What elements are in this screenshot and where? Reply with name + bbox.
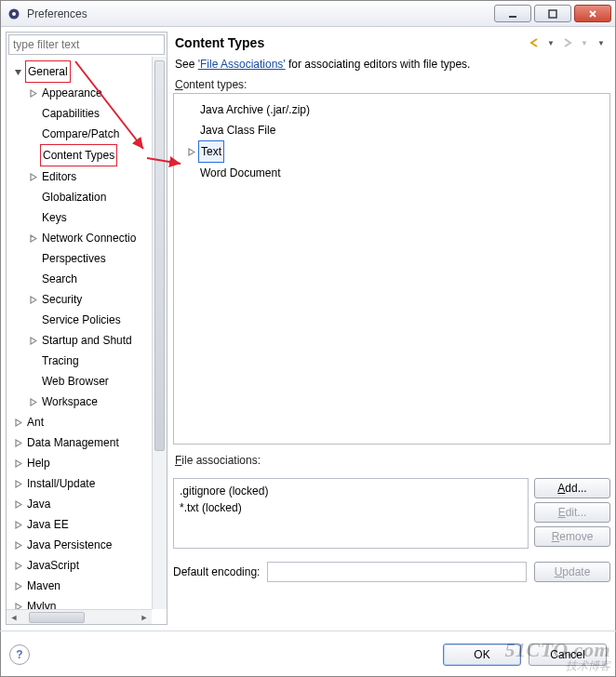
default-encoding-input[interactable]: [267, 562, 527, 582]
tree-item[interactable]: Appearance: [8, 83, 167, 103]
content-type-item[interactable]: Word Document: [178, 163, 606, 183]
file-associations-link[interactable]: 'File Associations': [198, 58, 286, 71]
expander-icon[interactable]: [27, 232, 38, 244]
tree-item-label: Compare/Patch: [40, 124, 121, 144]
nav-view-menu-icon[interactable]: ▼: [594, 35, 609, 50]
nav-forward-icon[interactable]: [560, 35, 575, 50]
tree-item[interactable]: Java Persistence: [8, 535, 167, 555]
tree-item[interactable]: Editors: [8, 166, 167, 187]
add-button[interactable]: Add...: [534, 478, 610, 498]
tree-item[interactable]: Data Management: [8, 432, 167, 453]
tree-item-label: Service Policies: [40, 310, 123, 330]
tree-item[interactable]: Startup and Shutd: [8, 330, 167, 351]
content-type-item[interactable]: Text: [178, 140, 606, 163]
expander-icon[interactable]: [185, 146, 196, 157]
tree-item[interactable]: Tracing: [8, 351, 167, 371]
expander-icon[interactable]: [27, 294, 38, 305]
tree-item[interactable]: Install/Update: [8, 473, 167, 494]
edit-button[interactable]: Edit...: [534, 502, 610, 523]
tree-vertical-scrollbar[interactable]: [152, 57, 167, 609]
preferences-tree[interactable]: GeneralAppearanceCapabilitiesCompare/Pat…: [7, 57, 167, 624]
file-association-item[interactable]: .gitignore (locked): [180, 483, 522, 499]
tree-item-label: Ant: [25, 412, 46, 432]
window-maximize-button[interactable]: [534, 5, 571, 22]
tree-item[interactable]: Java EE: [8, 514, 167, 535]
tree-item[interactable]: Security: [8, 289, 167, 310]
nav-back-menu-icon[interactable]: ▼: [543, 35, 558, 50]
tree-item[interactable]: Maven: [8, 576, 167, 596]
tree-item[interactable]: Service Policies: [8, 310, 167, 330]
tree-item-label: Content Types: [40, 144, 117, 166]
content-type-label: Java Archive (.jar/.zip): [198, 100, 312, 120]
expander-icon[interactable]: [12, 417, 23, 428]
expander-icon[interactable]: [27, 87, 38, 99]
content-types-list[interactable]: Java Archive (.jar/.zip)Java Class FileT…: [173, 93, 610, 445]
tree-item[interactable]: Keys: [8, 207, 167, 228]
tree-item-label: Help: [25, 453, 52, 473]
expander-icon[interactable]: [27, 335, 38, 346]
window-title: Preferences: [27, 7, 491, 20]
tree-item-label: General: [25, 60, 71, 83]
content-type-label: Java Class File: [198, 120, 277, 140]
tree-item[interactable]: Capabilities: [8, 103, 167, 124]
tree-item[interactable]: Workspace: [8, 392, 167, 412]
svg-point-1: [12, 12, 16, 16]
nav-forward-menu-icon[interactable]: ▼: [577, 35, 592, 50]
sidebar: GeneralAppearanceCapabilitiesCompare/Pat…: [6, 32, 167, 625]
tree-item[interactable]: Search: [8, 269, 167, 289]
tree-item[interactable]: Content Types: [8, 144, 167, 166]
tree-item-label: Java Persistence: [25, 535, 114, 555]
expander-icon[interactable]: [12, 478, 23, 489]
expander-icon[interactable]: [27, 171, 38, 182]
tree-item[interactable]: Network Connectio: [8, 228, 167, 248]
file-association-item[interactable]: *.txt (locked): [180, 499, 522, 516]
content-type-item[interactable]: Java Class File: [178, 120, 606, 140]
tree-item[interactable]: Help: [8, 453, 167, 473]
content-type-item[interactable]: Java Archive (.jar/.zip): [178, 100, 606, 120]
tree-horizontal-scrollbar[interactable]: ◄ ►: [7, 609, 152, 624]
tree-item-label: Maven: [25, 576, 62, 596]
tree-item-label: Appearance: [40, 83, 104, 103]
help-button[interactable]: ?: [9, 644, 30, 665]
tree-item-label: Globalization: [40, 187, 108, 207]
expander-icon[interactable]: [12, 66, 23, 77]
page-title: Content Types: [175, 35, 527, 50]
expander-icon[interactable]: [12, 458, 23, 469]
expander-icon[interactable]: [12, 539, 23, 551]
tree-item-label: Search: [40, 269, 79, 289]
expander-icon[interactable]: [27, 396, 38, 407]
tree-item-label: Network Connectio: [40, 228, 138, 248]
tree-item[interactable]: Perspectives: [8, 248, 167, 269]
tree-item[interactable]: Web Browser: [8, 371, 167, 392]
filter-input[interactable]: [8, 34, 165, 55]
remove-button[interactable]: Remove: [534, 526, 610, 547]
expander-icon[interactable]: [12, 437, 23, 448]
expander-icon[interactable]: [12, 580, 23, 591]
tree-item-label: Capabilities: [40, 103, 101, 124]
tree-item-label: Data Management: [25, 432, 121, 453]
tree-item[interactable]: General: [8, 60, 167, 83]
tree-item[interactable]: Ant: [8, 412, 167, 432]
tree-item-label: Web Browser: [40, 371, 111, 392]
tree-item-label: Java: [25, 494, 52, 514]
window-close-button[interactable]: [574, 5, 611, 22]
tree-item-label: Keys: [40, 207, 69, 228]
tree-item[interactable]: Java: [8, 494, 167, 514]
tree-item[interactable]: JavaScript: [8, 555, 167, 576]
tree-item[interactable]: Globalization: [8, 187, 167, 207]
content-type-label: Word Document: [198, 163, 282, 183]
tree-item-label: Install/Update: [25, 473, 97, 494]
file-associations-label: File associations:: [173, 454, 610, 469]
expander-icon[interactable]: [12, 519, 23, 530]
tree-item-label: Perspectives: [40, 248, 108, 269]
file-associations-list[interactable]: .gitignore (locked)*.txt (locked): [173, 478, 529, 549]
window-minimize-button[interactable]: [494, 5, 531, 22]
nav-back-icon[interactable]: [527, 35, 542, 50]
tree-item[interactable]: Compare/Patch: [8, 124, 167, 144]
main-panel: Content Types ▼ ▼ ▼ See 'File Associatio…: [173, 32, 610, 625]
content-types-label: Content types:: [173, 78, 610, 93]
expander-icon[interactable]: [12, 498, 23, 510]
update-button[interactable]: Update: [534, 562, 610, 582]
expander-icon[interactable]: [12, 560, 23, 571]
svg-rect-3: [549, 10, 556, 18]
